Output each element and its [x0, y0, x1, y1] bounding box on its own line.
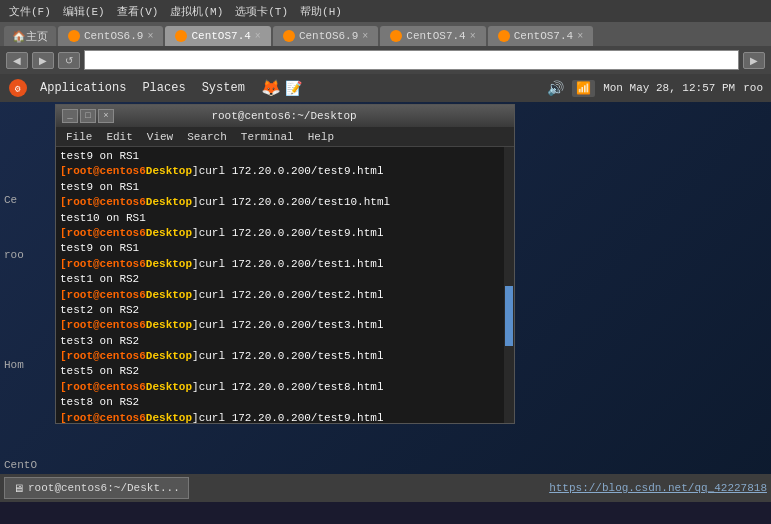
- tab-label: CentOS6.9: [84, 30, 143, 42]
- close-icon-5[interactable]: ×: [577, 31, 583, 42]
- tab-centos74-1[interactable]: CentOS7.4 ×: [165, 26, 270, 46]
- gnome-logo-icon: ⚙: [8, 78, 28, 98]
- tab-bar: 🏠 主页 CentOS6.9 × CentOS7.4 × CentOS6.9 ×…: [0, 22, 771, 46]
- terminal-line: [root@centos6 Desktop]curl 172.20.0.200/…: [60, 349, 500, 364]
- minimize-button[interactable]: _: [62, 109, 78, 123]
- close-icon-2[interactable]: ×: [255, 31, 261, 42]
- terminal-line: test9 on RS1: [60, 180, 500, 195]
- network-icon: 📶: [572, 80, 595, 97]
- datetime-display: Mon May 28, 12:57 PM: [603, 82, 735, 94]
- tab-centos74-3[interactable]: CentOS7.4 ×: [488, 26, 593, 46]
- desktop-label-roo: roo: [4, 249, 24, 261]
- terminal-line: test5 on RS2: [60, 364, 500, 379]
- taskbar-terminal-item[interactable]: 🖥 root@centos6:~/Deskt...: [4, 477, 189, 499]
- terminal-line: test9 on RS1: [60, 241, 500, 256]
- desktop-label-cento: CentO: [4, 459, 37, 471]
- tab-icon-5: [498, 30, 510, 42]
- terminal-line: [root@centos6 Desktop]curl 172.20.0.200/…: [60, 380, 500, 395]
- gnome-system-menu[interactable]: System: [194, 74, 253, 102]
- terminal-titlebar: _ □ × root@centos6:~/Desktop: [56, 105, 514, 127]
- back-button[interactable]: ◀: [6, 52, 28, 69]
- menu-file[interactable]: 文件(F): [4, 2, 56, 21]
- refresh-button[interactable]: ↺: [58, 52, 80, 69]
- menu-tab[interactable]: 选项卡(T): [230, 2, 293, 21]
- close-icon-4[interactable]: ×: [470, 31, 476, 42]
- menu-help[interactable]: 帮助(H): [295, 2, 347, 21]
- term-menu-help[interactable]: Help: [302, 131, 340, 143]
- terminal-line: [root@centos6 Desktop]curl 172.20.0.200/…: [60, 411, 500, 423]
- tab-centos69-1[interactable]: CentOS6.9 ×: [58, 26, 163, 46]
- forward-button[interactable]: ▶: [32, 52, 54, 69]
- term-menu-view[interactable]: View: [141, 131, 179, 143]
- tab-label-3: CentOS6.9: [299, 30, 358, 42]
- close-icon[interactable]: ×: [147, 31, 153, 42]
- browser-menu-items[interactable]: 文件(F) 编辑(E) 查看(V) 虚拟机(M) 选项卡(T) 帮助(H): [4, 2, 347, 21]
- term-menu-file[interactable]: File: [60, 131, 98, 143]
- tab-label-4: CentOS7.4: [406, 30, 465, 42]
- desktop-label-hom: Hom: [4, 359, 24, 371]
- term-menu-edit[interactable]: Edit: [100, 131, 138, 143]
- desktop-area: ⚙ Applications Places System 🦊 📝 🔊 📶 Mon…: [0, 74, 771, 502]
- terminal-line: [root@centos6 Desktop]curl 172.20.0.200/…: [60, 288, 500, 303]
- home-icon: 🏠: [12, 30, 26, 43]
- tab-home-label: 主页: [26, 29, 48, 44]
- taskbar-url[interactable]: https://blog.csdn.net/qq_42227818: [549, 482, 767, 494]
- tab-icon: [68, 30, 80, 42]
- close-button[interactable]: ×: [98, 109, 114, 123]
- terminal-line: [root@centos6 Desktop]curl 172.20.0.200/…: [60, 226, 500, 241]
- terminal-window: _ □ × root@centos6:~/Desktop File Edit V…: [55, 104, 515, 424]
- tab-icon-3: [283, 30, 295, 42]
- firefox-icon[interactable]: 🦊: [261, 78, 281, 98]
- desktop-background: ⚙ Applications Places System 🦊 📝 🔊 📶 Mon…: [0, 74, 771, 502]
- browser-menubar: 文件(F) 编辑(E) 查看(V) 虚拟机(M) 选项卡(T) 帮助(H): [0, 0, 771, 22]
- menu-vm[interactable]: 虚拟机(M): [165, 2, 228, 21]
- desktop-label-ce: Ce: [4, 194, 17, 206]
- terminal-line: [root@centos6 Desktop]curl 172.20.0.200/…: [60, 195, 500, 210]
- terminal-line: [root@centos6 Desktop]curl 172.20.0.200/…: [60, 164, 500, 179]
- terminal-controls[interactable]: _ □ ×: [62, 109, 114, 123]
- menu-view[interactable]: 查看(V): [112, 2, 164, 21]
- terminal-line: test2 on RS2: [60, 303, 500, 318]
- terminal-line: test10 on RS1: [60, 211, 500, 226]
- nav-bar: ◀ ▶ ↺ ▶: [0, 46, 771, 74]
- tab-icon-2: [175, 30, 187, 42]
- terminal-menubar: File Edit View Search Terminal Help: [56, 127, 514, 147]
- taskbar-terminal-label: root@centos6:~/Deskt...: [28, 482, 180, 494]
- speaker-icon[interactable]: 🔊: [547, 80, 564, 97]
- username-display: roo: [743, 82, 763, 94]
- menu-edit[interactable]: 编辑(E): [58, 2, 110, 21]
- tab-label-2: CentOS7.4: [191, 30, 250, 42]
- notepad-icon[interactable]: 📝: [285, 80, 302, 97]
- gnome-applications-menu[interactable]: Applications: [32, 74, 134, 102]
- terminal-line: test1 on RS2: [60, 272, 500, 287]
- terminal-line: [root@centos6 Desktop]curl 172.20.0.200/…: [60, 257, 500, 272]
- tab-centos74-2[interactable]: CentOS7.4 ×: [380, 26, 485, 46]
- terminal-line: [root@centos6 Desktop]curl 172.20.0.200/…: [60, 318, 500, 333]
- address-bar[interactable]: [84, 50, 739, 70]
- maximize-button[interactable]: □: [80, 109, 96, 123]
- gnome-places-menu[interactable]: Places: [134, 74, 193, 102]
- term-menu-terminal[interactable]: Terminal: [235, 131, 300, 143]
- close-icon-3[interactable]: ×: [362, 31, 368, 42]
- tab-home[interactable]: 🏠 主页: [4, 26, 56, 46]
- terminal-line: test8 on RS2: [60, 395, 500, 410]
- svg-text:⚙: ⚙: [14, 84, 21, 95]
- terminal-line: test3 on RS2: [60, 334, 500, 349]
- gnome-panel: ⚙ Applications Places System 🦊 📝 🔊 📶 Mon…: [0, 74, 771, 102]
- terminal-line: test9 on RS1: [60, 149, 500, 164]
- taskbar: 🖥 root@centos6:~/Deskt... https://blog.c…: [0, 474, 771, 502]
- tab-label-5: CentOS7.4: [514, 30, 573, 42]
- go-button[interactable]: ▶: [743, 52, 765, 69]
- scrollbar[interactable]: [504, 147, 514, 423]
- terminal-title: root@centos6:~/Desktop: [114, 110, 454, 122]
- tab-centos69-2[interactable]: CentOS6.9 ×: [273, 26, 378, 46]
- tab-icon-4: [390, 30, 402, 42]
- taskbar-terminal-icon: 🖥: [13, 482, 24, 495]
- gnome-panel-right: 🔊 📶 Mon May 28, 12:57 PM roo: [547, 80, 763, 97]
- scrollbar-thumb[interactable]: [505, 286, 513, 346]
- terminal-body[interactable]: test9 on RS1 [root@centos6 Desktop]curl …: [56, 147, 514, 423]
- term-menu-search[interactable]: Search: [181, 131, 233, 143]
